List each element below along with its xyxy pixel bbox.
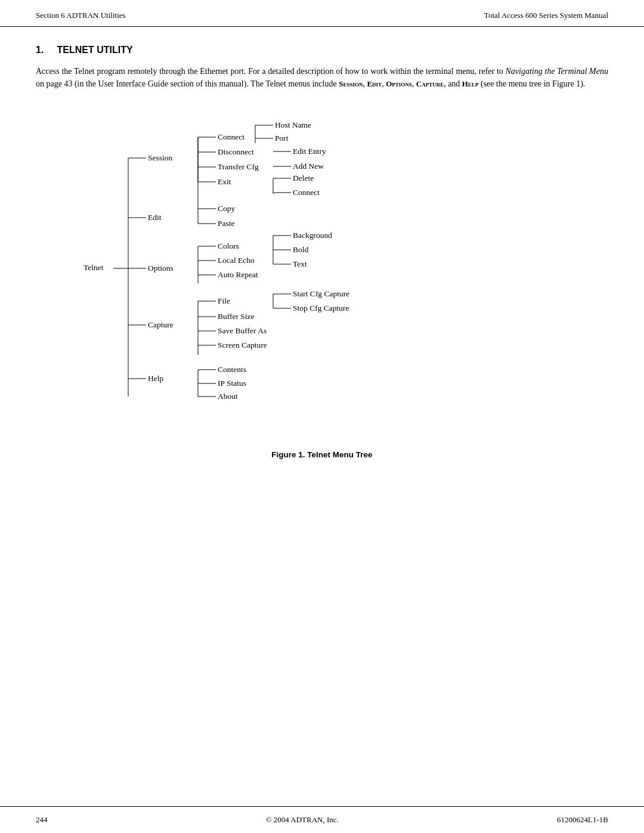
- page-footer: 244 © 2004 ADTRAN, Inc. 61200624L1-1B: [0, 806, 644, 833]
- contents-label: Contents: [218, 365, 246, 374]
- body-paragraph: Access the Telnet program remotely throu…: [36, 65, 608, 90]
- about-label: About: [218, 392, 238, 401]
- section-title: TELNET UTILITY: [57, 45, 133, 55]
- buffer-size-label: Buffer Size: [218, 312, 255, 321]
- main-content: 1. TELNET UTILITY Access the Telnet prog…: [0, 27, 644, 495]
- footer-page-number: 244: [36, 815, 48, 825]
- menu-capture: Capture: [416, 79, 444, 88]
- host-name-label: Host Name: [275, 120, 311, 129]
- connect-label: Connect: [218, 132, 244, 141]
- session-label: Session: [148, 153, 173, 162]
- disconnect-label: Disconnect: [218, 147, 254, 156]
- help-label: Help: [148, 374, 163, 383]
- exit-label: Exit: [218, 177, 231, 186]
- section-number: 1.: [36, 45, 44, 55]
- delete-label: Delete: [293, 174, 314, 182]
- save-buffer-as-label: Save Buffer As: [218, 326, 267, 335]
- italic-reference: Navigating the Terminal Menu: [506, 67, 608, 76]
- section-heading: 1. TELNET UTILITY: [36, 45, 608, 55]
- menu-tree-svg: Telnet Session Connect Host N: [66, 104, 483, 438]
- footer-copyright: © 2004 ADTRAN, Inc.: [266, 815, 339, 825]
- edit-entry-label: Edit Entry: [293, 147, 326, 156]
- auto-repeat-label: Auto Repeat: [218, 270, 258, 279]
- port-label: Port: [275, 134, 289, 143]
- stop-cfg-capture-label: Stop Cfg Capture: [293, 304, 349, 312]
- edit-menu-label: Edit: [148, 213, 162, 222]
- page-header: Section 6 ADTRAN Utilities Total Access …: [0, 0, 644, 27]
- bold-label: Bold: [293, 245, 309, 254]
- ip-status-label: IP Status: [218, 379, 246, 388]
- connect2-label: Connect: [293, 188, 320, 197]
- root-label: Telnet: [83, 263, 104, 272]
- figure-caption: Figure 1. Telnet Menu Tree: [36, 450, 608, 459]
- footer-doc-number: 61200624L1-1B: [557, 815, 608, 825]
- header-right: Total Access 600 Series System Manual: [484, 11, 608, 20]
- page: Section 6 ADTRAN Utilities Total Access …: [0, 0, 644, 833]
- options-label: Options: [148, 264, 174, 272]
- text-label: Text: [293, 259, 307, 268]
- paste-label: Paste: [218, 219, 235, 228]
- menu-session: Session: [339, 79, 363, 88]
- screen-capture-label: Screen Capture: [218, 340, 267, 349]
- add-new-label: Add New: [293, 162, 324, 171]
- transfer-cfg-label: Transfer Cfg: [218, 162, 259, 171]
- start-cfg-capture-label: Start Cfg Capture: [293, 289, 349, 298]
- menu-options: Options: [386, 79, 412, 88]
- menu-edit: Edit: [367, 79, 382, 88]
- background-label: Background: [293, 231, 332, 240]
- menu-tree-diagram: Telnet Session Connect Host N: [66, 104, 608, 441]
- capture-label: Capture: [148, 320, 174, 329]
- copy-label: Copy: [218, 204, 236, 213]
- header-left: Section 6 ADTRAN Utilities: [36, 11, 126, 20]
- menu-help: Help: [462, 79, 479, 88]
- colors-label: Colors: [218, 241, 239, 250]
- local-echo-label: Local Echo: [218, 256, 255, 265]
- file-label: File: [218, 296, 230, 305]
